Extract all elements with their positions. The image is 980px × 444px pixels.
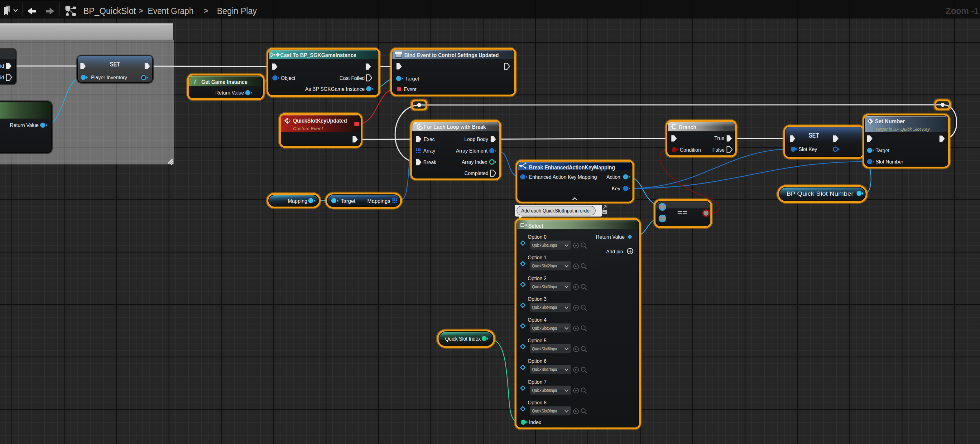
svg-text:Loop Body: Loop Body	[464, 137, 488, 142]
svg-text:Add each QuickSlotInput in ord: Add each QuickSlotInput in order	[521, 208, 591, 213]
svg-text:As BP SGKGame Instance: As BP SGKGame Instance	[305, 86, 365, 92]
svg-text:Enhanced Action Key Mapping: Enhanced Action Key Mapping	[529, 174, 597, 180]
svg-text:Option 0: Option 0	[528, 234, 547, 240]
svg-text:Object: Object	[281, 75, 296, 81]
svg-text:Return Value: Return Value	[10, 123, 39, 128]
svg-text:Index: Index	[529, 420, 541, 425]
svg-text:Target: Target	[405, 76, 419, 81]
svg-text:Quick Slot Index: Quick Slot Index	[445, 336, 480, 342]
svg-text:Cast To BP_SGKGameInstance: Cast To BP_SGKGameInstance	[280, 52, 356, 58]
svg-text:Set Number: Set Number	[875, 118, 905, 125]
svg-text:Slot Number: Slot Number	[876, 159, 904, 165]
svg-text:Key: Key	[612, 186, 620, 191]
svg-text:Option 2: Option 2	[528, 276, 547, 281]
svg-text:Exec: Exec	[423, 137, 435, 142]
svg-text:QuickSlot6Inpu: QuickSlot6Inpu	[532, 347, 557, 351]
svg-text:Option 7: Option 7	[528, 379, 547, 385]
svg-text:Player Inventory: Player Inventory	[91, 75, 127, 80]
svg-text:QuickSlot4Inpu: QuickSlot4Inpu	[532, 305, 557, 310]
svg-text:Condition: Condition	[680, 147, 701, 153]
svg-text:Select: Select	[528, 222, 544, 229]
svg-text:QuickSlot1Inpu: QuickSlot1Inpu	[532, 243, 557, 248]
svg-text:Option 6: Option 6	[528, 358, 547, 364]
svg-text:QuickSlot7Inpu: QuickSlot7Inpu	[532, 367, 557, 372]
svg-text:Option 3: Option 3	[528, 296, 547, 302]
svg-text:Array Index: Array Index	[461, 160, 487, 165]
svg-text:Option 5: Option 5	[528, 338, 547, 343]
svg-text:Bind Event to Control Settings: Bind Event to Control Settings Updated	[404, 52, 499, 58]
svg-text:Target: Target	[876, 148, 889, 153]
svg-text:For Each Loop with Break: For Each Loop with Break	[424, 123, 486, 130]
svg-text:id: id	[0, 75, 4, 80]
svg-text:Break: Break	[423, 160, 437, 165]
svg-text:Completed: Completed	[465, 171, 488, 176]
svg-text:QuickSlot8Inpu: QuickSlot8Inpu	[532, 388, 557, 393]
svg-text:Event Graph: Event Graph	[148, 6, 194, 16]
svg-text:BP Quick Slot Number: BP Quick Slot Number	[786, 190, 854, 197]
svg-text:Target is BP Quick Slot Key: Target is BP Quick Slot Key	[875, 127, 930, 132]
svg-text:False: False	[712, 147, 724, 153]
svg-text:Slot Key: Slot Key	[799, 147, 817, 152]
svg-text:Custom Event: Custom Event	[293, 126, 323, 131]
svg-text:SET: SET	[110, 60, 120, 68]
svg-text:True: True	[714, 136, 724, 141]
svg-text:Get Game Instance: Get Game Instance	[201, 78, 248, 85]
svg-text:QuickSlot5Inpu: QuickSlot5Inpu	[532, 326, 557, 331]
svg-text:Array: Array	[423, 148, 435, 153]
svg-text:Mappings: Mappings	[367, 198, 390, 204]
svg-text:Zoom -1: Zoom -1	[946, 6, 979, 16]
svg-text:Action: Action	[606, 174, 620, 180]
svg-text:>: >	[138, 6, 143, 15]
svg-text:Begin Play: Begin Play	[217, 6, 257, 16]
svg-text:Return Value: Return Value	[215, 90, 244, 96]
svg-text:SET: SET	[809, 131, 819, 139]
svg-text:QuickSlot9Inpu: QuickSlot9Inpu	[532, 409, 557, 414]
svg-text:QuickSlotKeyUpdated: QuickSlotKeyUpdated	[293, 117, 347, 124]
svg-text:Cast Failed: Cast Failed	[339, 75, 365, 81]
svg-text:Mapping: Mapping	[288, 198, 307, 204]
svg-text:QuickSlot2Inpu: QuickSlot2Inpu	[532, 264, 557, 268]
svg-text:Event: Event	[404, 87, 417, 92]
svg-text:Add pin: Add pin	[606, 249, 623, 254]
svg-text:Option 1: Option 1	[528, 255, 547, 260]
svg-text:Array Element: Array Element	[456, 148, 488, 153]
svg-text:Return Value: Return Value	[596, 234, 625, 240]
svg-text:Option 4: Option 4	[528, 317, 547, 323]
svg-text:==: ==	[677, 208, 688, 217]
svg-text:QuickSlot3Inpu: QuickSlot3Inpu	[532, 284, 557, 289]
svg-text:>: >	[204, 6, 208, 15]
svg-text:Option 8: Option 8	[528, 400, 547, 405]
svg-text:Break EnhancedActionKeyMapping: Break EnhancedActionKeyMapping	[529, 164, 615, 171]
svg-text:Branch: Branch	[679, 124, 696, 131]
svg-text:Target: Target	[341, 198, 356, 204]
svg-text:id: id	[0, 63, 4, 69]
svg-text:BP_QuickSlot: BP_QuickSlot	[83, 6, 136, 16]
